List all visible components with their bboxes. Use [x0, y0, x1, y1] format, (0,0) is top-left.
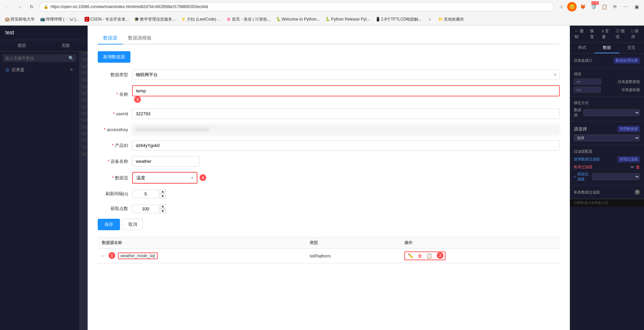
filter-icons: ✏ 🗑	[631, 164, 640, 170]
bookmark-label: 西安邮电大学	[10, 17, 35, 22]
ext3-button[interactable]: 🛡️0.90	[589, 2, 598, 11]
datasource-select[interactable]	[583, 109, 640, 116]
search-input[interactable]	[5, 56, 68, 61]
ruler-tick-100: 100	[79, 58, 88, 65]
save-button[interactable]: 保存	[98, 219, 120, 230]
data-process-button[interactable]: 数据处理结果	[614, 57, 640, 64]
accesskey-input[interactable]	[132, 124, 560, 135]
fetchpoints-control: ▲ ▼	[132, 204, 560, 213]
source-dropdown-row: 选择	[574, 133, 640, 142]
back-button[interactable]: ←	[3, 2, 12, 11]
refresh-control: ▲ ▼	[132, 189, 560, 199]
dashboard-value-input[interactable]	[574, 79, 601, 85]
right-tabs: 样式 数据 交互	[570, 43, 644, 54]
right-tab-data[interactable]: 数据	[594, 43, 619, 53]
bookmark-tft[interactable]: 📱 2.8寸TFTLCD电阻触...	[373, 16, 424, 23]
bookmark-leetcode[interactable]: ⚡ 力扣 (LeetCode) ...	[179, 16, 223, 23]
save-panel-button[interactable]: □ 保存	[629, 28, 641, 40]
sidebar-tab-pages[interactable]: 页面	[44, 40, 88, 51]
form-row-datatype: 数据类型 物联网平台	[98, 69, 560, 80]
devicename-control	[132, 156, 560, 167]
bottom-bar: CSDN @小光学嵌入式	[570, 199, 644, 207]
right-tab-interact[interactable]: 交互	[619, 43, 644, 53]
sidebar-item-dashboard[interactable]: ⊙ 仪表盘 👁	[3, 65, 76, 75]
bookmark-jiaoxue[interactable]: 🎓 教学管理信息服务...	[132, 16, 178, 23]
filter-delete-icon[interactable]: 🗑	[636, 164, 640, 170]
productid-control	[132, 140, 560, 151]
refresh-up-button[interactable]: ▲	[160, 189, 166, 194]
bookmark-bilibili[interactable]: 📺 哔哩哔哩 (・`ω´)...	[38, 16, 81, 23]
datasource-row: 数据源	[574, 107, 640, 119]
settings-button[interactable]: ⋯	[621, 2, 631, 11]
bookmark-xiyou[interactable]: 🏫 西安邮电大学	[3, 16, 37, 23]
help-icon[interactable]: ?	[635, 189, 640, 195]
manage-filter-button[interactable]: 管理过滤器	[617, 156, 640, 162]
filter-select[interactable]	[592, 173, 640, 180]
bookmark-label: 2.8寸TFTLCD电阻触...	[381, 17, 422, 22]
ruler-tick-650: 650	[79, 132, 88, 139]
fetchpoints-down-button[interactable]: ▼	[160, 209, 166, 213]
tab-datasource-template[interactable]: 数据源模板	[123, 32, 157, 44]
bookmark-luogu[interactable]: 🌸 首页 - 洛谷 | 计算机...	[224, 16, 272, 23]
userid-label: userId	[98, 111, 128, 116]
fetchpoints-input[interactable]	[132, 205, 159, 213]
ruler-tick-450: 450	[79, 106, 88, 112]
cancel-button[interactable]: 取消	[123, 219, 143, 230]
row-expand-icon[interactable]: ›	[102, 253, 103, 258]
bookmark-python[interactable]: 🐍 Welcome to Python...	[274, 16, 322, 22]
forward-button[interactable]: →	[15, 2, 24, 11]
right-panel: ← 撤销 恢复 x 变量 ◎ 预览 □ 保存 样式 数据 交互 仪表盘接口 数据…	[570, 26, 644, 330]
sidebar-toggle-button[interactable]: ▣	[632, 2, 641, 11]
dashboard-title-input[interactable]	[574, 87, 601, 93]
productid-input[interactable]	[132, 140, 560, 151]
transform-button[interactable]: x 变量	[600, 28, 612, 40]
refresh-down-button[interactable]: ▼	[160, 194, 166, 199]
right-tab-style[interactable]: 样式	[570, 43, 594, 53]
name-step-badge: 3	[134, 96, 141, 103]
sidebar-item-label: 仪表盘	[11, 67, 25, 73]
bookmarks-more-button[interactable]: ›	[425, 14, 435, 24]
filter-edit-icon[interactable]: ✏	[631, 164, 634, 170]
ext4-button[interactable]: 📋	[600, 2, 609, 11]
undo-button[interactable]: ← 撤销	[573, 28, 586, 40]
tab-datasource[interactable]: 数据源	[98, 32, 123, 44]
refresh-label: 刷新间隔(s)	[98, 191, 128, 197]
private-filter-label: 私有过滤器	[574, 164, 592, 170]
devicename-input[interactable]	[132, 156, 200, 167]
bookmark-python2[interactable]: 🐍 Python Release Pyt...	[323, 16, 372, 22]
redo-button[interactable]: 恢复	[588, 28, 598, 40]
use-filter-button[interactable]: 使用数据过滤器	[574, 157, 600, 162]
main-layout: test 图层 页面 🔍 ⊙ 仪表盘 👁 50 100	[0, 26, 644, 330]
edit-button[interactable]: ✏️	[406, 253, 415, 259]
center-content: 数据源 数据源模板 新增数据源 数据类型 物联网平台	[88, 26, 570, 330]
userid-input[interactable]	[132, 109, 560, 119]
ext2-button[interactable]: 🦊	[578, 2, 587, 11]
form-row-productid: 产品ID	[98, 140, 560, 151]
fetchpoints-up-button[interactable]: ▲	[160, 204, 166, 209]
star-button[interactable]: ☆	[556, 2, 566, 11]
name-input[interactable]	[132, 85, 560, 96]
bookmark-csdn[interactable]: C CSDN - 专业开发者...	[83, 16, 131, 23]
add-filter-row[interactable]: + 添加过滤器	[574, 171, 640, 183]
source-select[interactable]: 选择	[574, 134, 640, 141]
add-datasource-button[interactable]: 新增数据源	[98, 51, 130, 63]
datastream-select[interactable]: 温度	[133, 173, 197, 183]
col-op-header: 操作	[400, 237, 560, 249]
ext5-button[interactable]: ⟳	[610, 2, 620, 11]
delete-button[interactable]: 🗑	[416, 253, 424, 259]
datatype-select[interactable]: 物联网平台	[132, 69, 560, 80]
table-header: 数据源名称 类型 操作	[98, 237, 560, 249]
ext1-button[interactable]: 😊	[567, 2, 577, 11]
sidebar-tab-layers[interactable]: 图层	[0, 40, 44, 51]
preview-button[interactable]: ◎ 预览	[614, 28, 627, 40]
refresh-input[interactable]	[132, 190, 159, 198]
copy-button[interactable]: 📋	[425, 253, 433, 259]
bookmark-favicon-csdn: C	[85, 17, 89, 22]
browser-chrome: ← → ↻ 🔒 https://open.iot.10086.cn/view/m…	[0, 0, 644, 26]
manage-datasource-button[interactable]: 管理数据源	[617, 126, 640, 132]
bookmark-others[interactable]: 📁 其他收藏夹	[436, 16, 466, 23]
visibility-icon[interactable]: 👁	[69, 67, 74, 72]
source-select-row: 源选择 管理数据源	[574, 124, 640, 133]
reload-button[interactable]: ↻	[27, 2, 36, 11]
address-bar[interactable]: 🔒 https://open.iot.10086.cn/view/main/in…	[39, 2, 554, 11]
